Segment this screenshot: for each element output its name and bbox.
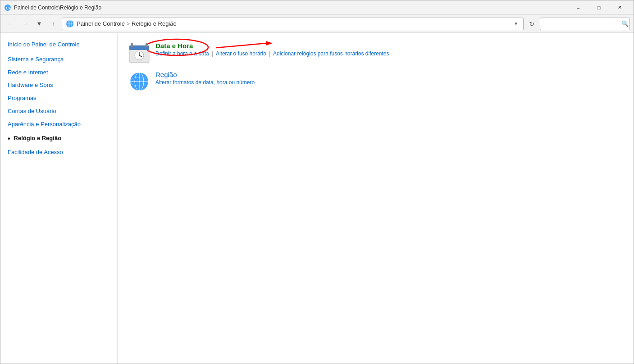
sidebar-item-hardware[interactable]: Hardware e Sons bbox=[0, 79, 117, 92]
category-regiao-content: Região Alterar formatos de data, hora ou… bbox=[155, 71, 623, 86]
search-box: 🔍 bbox=[540, 18, 630, 30]
sidebar-item-facilidade[interactable]: Facilidade de Acesso bbox=[0, 146, 117, 159]
category-data-hora-title[interactable]: Data e Hora bbox=[155, 42, 193, 50]
link-fuso[interactable]: Alterar o fuso horário bbox=[216, 50, 266, 57]
refresh-button[interactable]: ↻ bbox=[525, 18, 538, 30]
sidebar-item-sistema[interactable]: Sistema e Segurança bbox=[0, 53, 117, 66]
back-button[interactable]: ← bbox=[4, 18, 17, 30]
link-adicionar[interactable]: Adicionar relógios para fusos horários d… bbox=[273, 50, 389, 57]
svg-rect-11 bbox=[131, 43, 133, 47]
sidebar-item-aparencia[interactable]: Aparência e Personalização bbox=[0, 118, 117, 131]
clock-icon bbox=[128, 42, 150, 64]
category-regiao: Região Alterar formatos de data, hora ou… bbox=[128, 71, 623, 92]
globe-category-icon bbox=[128, 71, 150, 92]
category-regiao-links: Alterar formatos de data, hora ou número bbox=[155, 79, 623, 86]
sidebar: Início do Painel de Controle Sistema e S… bbox=[0, 33, 118, 364]
minimize-button[interactable]: – bbox=[568, 0, 588, 15]
titlebar-controls: – □ ✕ bbox=[568, 0, 630, 15]
link-alterar[interactable]: Alterar formatos de data, hora ou número bbox=[155, 79, 255, 86]
titlebar-icon: CP bbox=[4, 4, 11, 11]
svg-line-14 bbox=[216, 43, 266, 48]
sidebar-item-rede[interactable]: Rede e Internet bbox=[0, 66, 117, 79]
search-input[interactable] bbox=[544, 20, 620, 27]
content-area: Início do Painel de Controle Sistema e S… bbox=[0, 33, 634, 364]
address-dropdown-button[interactable]: ▼ bbox=[512, 20, 520, 27]
link-definir[interactable]: Definir a hora e a data bbox=[155, 50, 209, 57]
close-button[interactable]: ✕ bbox=[609, 0, 630, 15]
sidebar-item-contas[interactable]: Contas de Usuário bbox=[0, 105, 117, 118]
address-globe-icon bbox=[66, 20, 74, 28]
titlebar-title: Painel de Controle\Relógio e Região bbox=[14, 5, 568, 11]
sidebar-item-relogio[interactable]: Relógio e Região bbox=[0, 131, 117, 146]
address-bar: Painel de Controle > Relógio e Região ▼ bbox=[62, 18, 524, 30]
history-dropdown-button[interactable]: ▼ bbox=[33, 18, 46, 30]
category-data-hora-links: Definir a hora e a data | Alterar o fuso… bbox=[155, 50, 623, 57]
search-icon[interactable]: 🔍 bbox=[621, 20, 629, 27]
address-separator-1: > bbox=[127, 21, 130, 27]
svg-rect-12 bbox=[146, 43, 147, 47]
separator-2: | bbox=[269, 50, 270, 57]
navbar: ← → ▼ ↑ Painel de Controle > Relógio e R… bbox=[0, 15, 634, 33]
titlebar: CP Painel de Controle\Relógio e Região –… bbox=[0, 0, 634, 15]
category-data-hora-content: Data e Hora Definir a hora e a data bbox=[155, 42, 623, 57]
separator-1: | bbox=[212, 50, 213, 57]
category-data-hora: Data e Hora Definir a hora e a data bbox=[128, 42, 623, 64]
svg-marker-15 bbox=[266, 41, 273, 46]
svg-text:CP: CP bbox=[6, 6, 11, 10]
main-panel: Data e Hora Definir a hora e a data bbox=[118, 33, 634, 364]
address-breadcrumb[interactable]: Painel de Controle bbox=[77, 20, 125, 27]
sidebar-item-inicio[interactable]: Início do Painel de Controle bbox=[0, 38, 117, 51]
up-button[interactable]: ↑ bbox=[47, 18, 60, 30]
forward-button[interactable]: → bbox=[18, 18, 31, 30]
maximize-button[interactable]: □ bbox=[588, 0, 609, 15]
address-text: Painel de Controle > Relógio e Região bbox=[77, 20, 510, 27]
category-regiao-title[interactable]: Região bbox=[155, 71, 177, 78]
window: CP Painel de Controle\Relógio e Região –… bbox=[0, 0, 634, 364]
address-current: Relógio e Região bbox=[132, 20, 177, 27]
sidebar-item-programas[interactable]: Programas bbox=[0, 92, 117, 105]
